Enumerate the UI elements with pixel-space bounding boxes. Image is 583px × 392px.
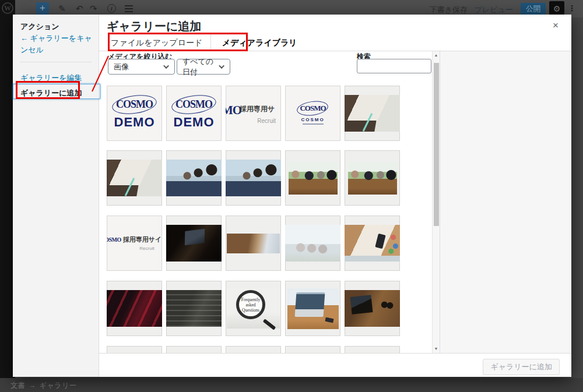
media-item-laptop-dark[interactable] [166,216,222,271]
edit-mode-icon: ✎ [58,3,66,14]
media-item-partial-2[interactable] [166,346,222,353]
media-item-cosmo-logo[interactable]: COSMOCOSMO [285,86,340,141]
media-grid: COSMODEMOCOSMODEMOMO採用専用サRecruitCOSMOCOS… [99,79,440,353]
scrollbar-thumb[interactable] [434,63,439,226]
menu-heading: アクション [20,22,59,32]
media-type-filter-value: 画像 [114,62,129,72]
media-item-red-light-abstract[interactable] [107,281,162,336]
menu-item-add-to-gallery[interactable]: ギャラリーに追加 [20,88,82,98]
modal-bottom-toolbar: ギャラリーに追加 [99,353,571,377]
editor-footer: 文書→ギャラリー [0,378,583,392]
menu-item-edit-gallery[interactable]: ギャラリーを編集 [20,73,82,83]
list-view-icon [125,5,133,12]
media-item-faq-magnifier[interactable]: Frequently asked Questions [226,281,281,336]
media-item-cosmo-demo-1[interactable]: COSMODEMO [107,86,162,141]
breadcrumb-gallery: ギャラリー [40,382,77,390]
close-icon[interactable]: × [549,19,562,32]
magnifier-icon: Frequently asked Questions [236,290,265,319]
menu-item-cancel-gallery[interactable]: ← ギャラリーをキャンセル [20,33,94,55]
media-item-desk-devices-wide[interactable] [226,216,281,271]
media-item-notebook-pen-2[interactable] [107,150,162,206]
breadcrumb-document: 文書 [10,382,25,390]
wordpress-logo-icon: W [2,2,13,14]
media-item-recruit-banner-cropped[interactable]: MO採用専用サRecruit [226,86,281,141]
undo-icon: ↶ [76,3,83,14]
media-router: ファイルをアップロード メディアライブラリ [99,34,571,51]
info-icon: i [107,4,116,13]
search-input[interactable] [357,59,431,73]
scroll-up-icon[interactable]: ▲ [433,51,440,59]
media-item-partial-5[interactable] [345,346,400,353]
media-item-chalkboard-text[interactable] [166,281,222,336]
add-block-button: + [36,2,49,15]
media-item-macbook-desk[interactable] [285,281,340,336]
media-item-partial-4[interactable] [285,346,340,353]
scroll-down-icon[interactable]: ▼ [433,345,440,353]
media-frame-content: ギャラリーに追加 × ファイルをアップロード メディアライブラリ メディアを絞り… [99,15,571,377]
redo-icon: ↷ [90,3,97,14]
media-item-partial-1[interactable] [107,346,162,353]
date-filter-select[interactable]: すべての日付 [177,59,230,75]
modal-title: ギャラリーに追加 [107,19,201,34]
tab-media-library[interactable]: メディアライブラリ [214,34,305,52]
scrollbar[interactable]: ▲ ▼ [432,51,440,353]
add-to-gallery-button-disabled[interactable]: ギャラリーに追加 [483,359,560,375]
media-item-notebook-pen-1[interactable] [345,86,400,141]
media-item-laptop-sunglasses[interactable] [345,281,400,336]
save-draft-button: 下書き保存 [430,5,468,15]
chevron-down-icon [163,63,169,69]
media-item-meeting-table-2[interactable] [345,150,400,206]
media-item-meeting-table-1[interactable] [285,150,340,206]
cosmo-logo: COSMO [112,97,157,112]
media-item-partial-3[interactable] [226,346,281,353]
date-filter-value: すべての日付 [182,56,217,77]
media-item-interview-listeners-1[interactable] [166,150,222,206]
breadcrumb-arrow-icon: → [29,382,36,390]
attachment-details-sidebar [440,51,571,353]
preview-button: プレビュー [475,5,513,15]
attachments-browser: メディアを絞り込む 画像 すべての日付 検索 COSMODEMOCOSMODEM… [99,51,440,353]
tab-upload-files[interactable]: ファイルをアップロード [103,34,211,52]
publish-button: 公開 [521,3,546,15]
media-item-recruit-banner[interactable]: COSMO採用専用サイトRecruit [107,216,162,271]
menu-divider [20,62,92,62]
media-item-interview-listeners-2[interactable] [226,150,281,206]
media-item-hands-smartphone[interactable] [345,216,400,271]
media-type-filter-select[interactable]: 画像 [108,59,175,75]
media-modal: アクション ← ギャラリーをキャンセル ギャラリーを編集 ギャラリーに追加 ギャ… [13,15,571,377]
chevron-down-icon [219,63,224,69]
cosmo-logo: COSMO [297,103,328,114]
breadcrumb: 文書→ギャラリー [10,381,80,391]
more-options-icon: ⋮ [568,3,576,13]
cosmo-logo: COSMO [171,97,216,112]
media-item-cosmo-demo-2[interactable]: COSMODEMO [166,86,222,141]
media-item-white-chairs[interactable] [285,216,340,271]
media-menu-sidebar: アクション ← ギャラリーをキャンセル ギャラリーを編集 ギャラリーに追加 [13,15,99,377]
